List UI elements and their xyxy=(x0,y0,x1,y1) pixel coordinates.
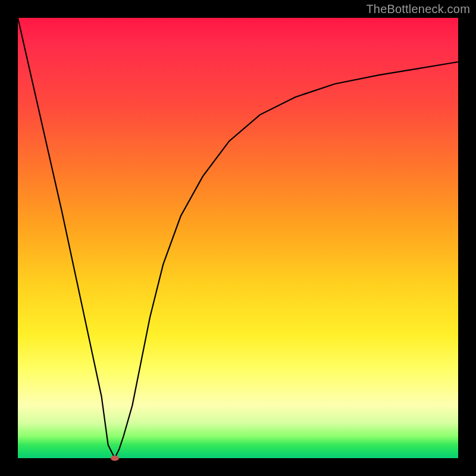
curve-line xyxy=(18,18,458,458)
chart-frame: TheBottleneck.com xyxy=(0,0,476,476)
chart-plot-area xyxy=(18,18,458,458)
attribution-text: TheBottleneck.com xyxy=(366,2,470,16)
bottleneck-marker xyxy=(111,456,119,461)
